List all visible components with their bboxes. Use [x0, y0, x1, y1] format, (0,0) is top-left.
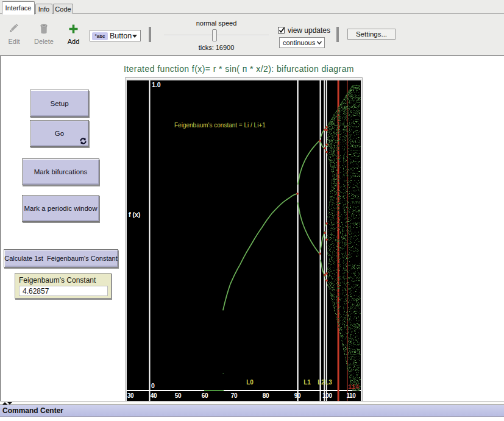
svg-text:100: 100 [322, 392, 333, 399]
svg-text:40: 40 [151, 392, 157, 399]
svg-text:60: 60 [202, 392, 208, 399]
svg-text:114: 114 [348, 384, 359, 391]
svg-text:80: 80 [263, 392, 269, 399]
svg-text:70: 70 [231, 392, 238, 399]
svg-text:Feigenbaum's constant = Li / L: Feigenbaum's constant = Li / Li+1 [174, 122, 266, 129]
svg-text:30: 30 [127, 392, 134, 399]
svg-text:L0: L0 [246, 379, 254, 386]
svg-text:L3: L3 [325, 379, 332, 386]
svg-text:90: 90 [294, 392, 301, 399]
svg-text:1.0: 1.0 [152, 81, 161, 88]
svg-text:0: 0 [151, 382, 155, 389]
svg-text:L2: L2 [318, 379, 325, 386]
svg-text:f (x): f (x) [129, 211, 140, 218]
svg-text:110: 110 [346, 392, 356, 399]
svg-text:50: 50 [175, 392, 182, 399]
svg-text:L1: L1 [303, 379, 311, 386]
